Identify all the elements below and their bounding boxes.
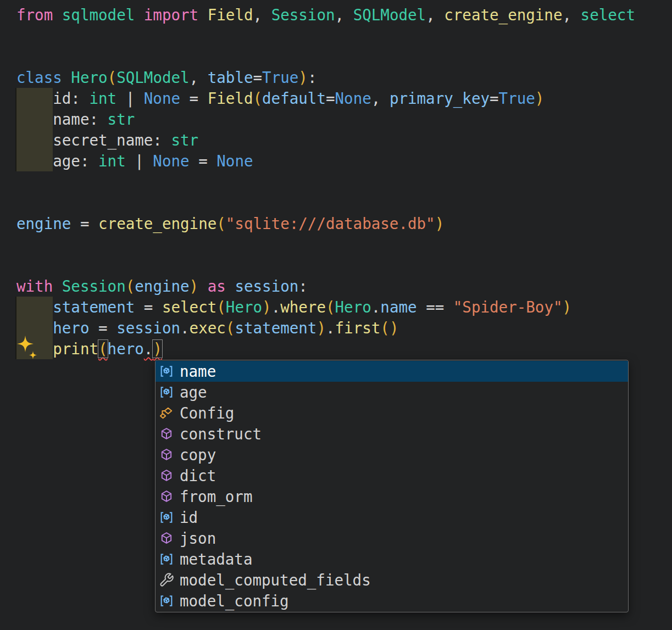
- code-token: [135, 6, 144, 24]
- code-token: (: [226, 319, 235, 337]
- code-line[interactable]: hero = session.exec(statement).first(): [16, 317, 635, 338]
- code-token: ): [535, 90, 545, 107]
- code-token: where: [280, 298, 326, 316]
- code-token: .: [144, 340, 153, 358]
- suggest-item-id[interactable]: id: [155, 507, 628, 528]
- code-token: select: [162, 298, 216, 316]
- code-token: ==: [417, 298, 453, 316]
- suggest-widget: name age Config construct copy dict from…: [155, 360, 629, 612]
- code-token: table: [208, 69, 253, 86]
- code-token: name: [380, 298, 416, 316]
- symbol-class-icon: [159, 405, 174, 421]
- code-token: (: [98, 340, 108, 358]
- suggest-item-metadata[interactable]: metadata: [155, 549, 628, 570]
- code-line[interactable]: age: int | None = None: [16, 150, 635, 171]
- code-token: [62, 69, 71, 86]
- code-token: ): [153, 340, 162, 358]
- copilot-sparkle-icon[interactable]: [14, 335, 38, 361]
- code-token: (: [326, 298, 335, 316]
- code-token: =: [490, 90, 499, 107]
- code-token: None: [153, 152, 189, 170]
- suggest-item-label: metadata: [180, 550, 252, 568]
- code-token: ,: [190, 69, 208, 86]
- code-line[interactable]: [16, 171, 635, 192]
- suggest-item-from_orm[interactable]: from_orm: [155, 486, 628, 507]
- code-token: ,: [335, 6, 353, 24]
- suggest-item-copy[interactable]: copy: [155, 444, 628, 465]
- suggest-item-Config[interactable]: Config: [155, 403, 628, 423]
- suggest-item-json[interactable]: json: [155, 528, 628, 549]
- code-token: statement: [53, 298, 135, 316]
- suggest-item-name[interactable]: name: [155, 361, 628, 382]
- code-token: =: [253, 69, 263, 86]
- code-token: .: [180, 319, 190, 337]
- suggest-item-label: dict: [180, 467, 216, 484]
- code-token: default: [262, 90, 326, 107]
- code-line[interactable]: [16, 46, 635, 67]
- code-token: =: [135, 298, 162, 316]
- code-token: ): [190, 277, 199, 295]
- code-line[interactable]: [16, 192, 635, 213]
- suggest-item-label: Config: [180, 404, 234, 422]
- suggest-item-label: model_config: [180, 592, 289, 610]
- code-token: Hero: [335, 298, 371, 316]
- code-token: .: [326, 319, 335, 337]
- code-token: None: [144, 90, 180, 107]
- code-token: statement: [235, 319, 316, 337]
- code-line[interactable]: with Session(engine) as session:: [16, 276, 635, 297]
- code-token: :: [298, 277, 308, 295]
- code-token: SQLModel: [353, 6, 426, 24]
- code-token: session: [235, 277, 298, 295]
- code-token: None: [335, 90, 371, 107]
- code-line[interactable]: class Hero(SQLModel, table=True):: [16, 67, 635, 88]
- code-line[interactable]: from sqlmodel import Field, Session, SQL…: [16, 4, 635, 25]
- code-line[interactable]: [16, 234, 635, 255]
- code-token: ): [563, 298, 572, 316]
- symbol-field-icon: [159, 551, 174, 567]
- suggest-item-construct[interactable]: construct: [155, 423, 628, 444]
- code-token: Session: [62, 277, 126, 295]
- code-token: class: [16, 69, 62, 86]
- code-token: ): [316, 319, 326, 337]
- code-line[interactable]: id: int | None = Field(default=None, pri…: [16, 88, 635, 109]
- suggest-item-label: from_orm: [180, 488, 252, 505]
- code-token: name:: [16, 110, 108, 128]
- code-editor[interactable]: from sqlmodel import Field, Session, SQL…: [16, 4, 635, 359]
- editor-viewport: from sqlmodel import Field, Session, SQL…: [0, 0, 672, 630]
- symbol-property-icon: [159, 572, 174, 588]
- code-token: str: [108, 110, 135, 128]
- code-line[interactable]: print(hero.): [16, 338, 635, 359]
- code-token: id:: [16, 90, 89, 107]
- code-token: Session: [271, 6, 335, 24]
- suggest-item-dict[interactable]: dict: [155, 465, 628, 486]
- suggest-item-age[interactable]: age: [155, 382, 628, 403]
- code-token: with: [16, 277, 53, 295]
- code-token: ): [435, 215, 445, 232]
- code-token: "Spider-Boy": [453, 298, 563, 316]
- code-token: True: [262, 69, 298, 86]
- symbol-field-icon: [159, 593, 174, 609]
- code-token: =: [326, 90, 335, 107]
- symbol-method-icon: [159, 489, 174, 504]
- code-line[interactable]: name: str: [16, 109, 635, 130]
- suggest-item-model_computed_fields[interactable]: model_computed_fields: [155, 570, 628, 590]
- code-line[interactable]: engine = create_engine("sqlite:///databa…: [16, 213, 635, 234]
- code-token: (: [108, 69, 117, 86]
- code-token: as: [208, 277, 226, 295]
- code-token: Hero: [71, 69, 107, 86]
- code-line[interactable]: statement = select(Hero).where(Hero.name…: [16, 297, 635, 317]
- suggest-item-label: json: [180, 529, 216, 547]
- code-token: print: [53, 340, 98, 358]
- code-line[interactable]: secret_name: str: [16, 130, 635, 150]
- code-token: int: [98, 152, 126, 170]
- code-line[interactable]: [16, 25, 635, 46]
- code-token: create_engine: [444, 6, 562, 24]
- code-line[interactable]: [16, 255, 635, 276]
- code-token: age:: [16, 152, 98, 170]
- suggest-item-label: copy: [180, 446, 216, 464]
- symbol-field-icon: [159, 384, 174, 400]
- suggest-item-model_config[interactable]: model_config: [155, 590, 628, 611]
- code-token: secret_name:: [16, 131, 171, 149]
- suggest-item-label: construct: [180, 425, 262, 443]
- code-token: engine: [16, 215, 71, 232]
